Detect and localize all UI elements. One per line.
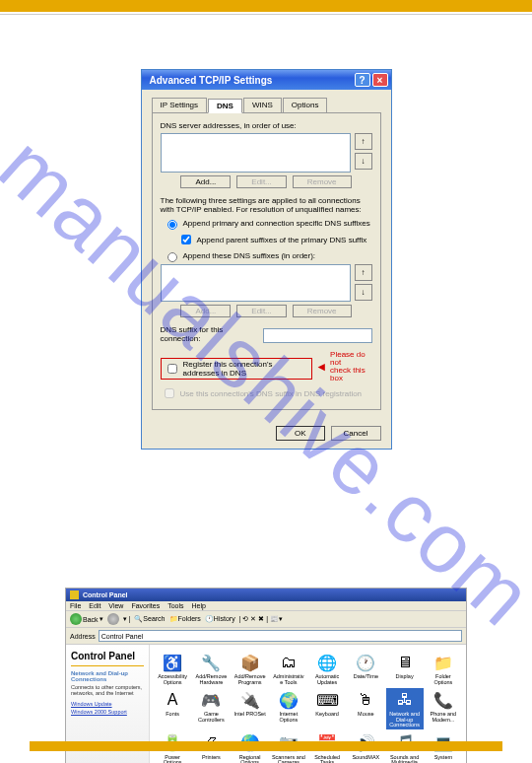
item-label: Display	[396, 674, 414, 680]
item-label: Scheduled Tasks	[310, 755, 344, 764]
item-label: Network and Dial-up Connections	[388, 712, 422, 728]
edit-button[interactable]: Edit...	[236, 175, 286, 188]
cp-item-display[interactable]: 🖥Display	[386, 651, 424, 686]
item-label: Add/Remove Hardware	[194, 674, 228, 685]
item-label: Add/Remove Programs	[233, 674, 267, 685]
tab-strip: IP Settings DNS WINS Options	[152, 98, 381, 113]
item-label: Accessibility Options	[156, 674, 189, 685]
add-button-2[interactable]: Add...	[180, 305, 231, 317]
item-label: Folder Options	[427, 674, 460, 685]
item-icon: 📁	[432, 652, 454, 673]
window-title: Control Panel	[83, 591, 128, 598]
item-label: SoundMAX	[352, 755, 379, 761]
menu-tools[interactable]: Tools	[167, 602, 183, 609]
item-label: Regional Options	[233, 755, 267, 764]
close-icon[interactable]: ×	[372, 73, 388, 87]
history-button[interactable]: 🕐History	[205, 615, 235, 623]
item-icon: 🖥	[394, 652, 416, 673]
tab-dns[interactable]: DNS	[208, 99, 242, 113]
down-icon[interactable]: ↓	[355, 153, 372, 170]
dialog-title: Advanced TCP/IP Settings	[150, 75, 273, 86]
back-icon	[70, 613, 82, 625]
up-icon[interactable]: ↑	[355, 133, 372, 150]
arrow-left-icon: ◄	[315, 360, 327, 374]
cp-item-date-time[interactable]: 🕐Date/Time	[347, 651, 384, 686]
link-windows-update[interactable]: Windows Update	[71, 701, 144, 707]
radio-append-these-input[interactable]	[167, 252, 177, 262]
sidebar-subtitle: Network and Dial-up Connections	[71, 670, 144, 682]
address-input[interactable]	[99, 630, 462, 642]
down-icon-2[interactable]: ↓	[355, 284, 372, 301]
folders-button[interactable]: 📁Folders	[169, 615, 201, 623]
tab-ip-settings[interactable]: IP Settings	[152, 98, 208, 112]
item-icon: 🌍	[278, 689, 299, 711]
cp-item-folder-options[interactable]: 📁Folder Options	[425, 651, 462, 686]
cp-item-game-controllers[interactable]: 🎮Game Controllers	[192, 688, 230, 729]
warning-line2: check this box	[330, 367, 371, 382]
cp-item-intel-proset[interactable]: 🔌Intel PROSet	[232, 688, 269, 729]
use-suffix-input	[165, 388, 174, 398]
item-label: Keyboard	[315, 712, 339, 718]
check-append-parent[interactable]: Append parent suffixes of the primary DN…	[177, 232, 372, 247]
dns-suffix-list[interactable]	[161, 264, 351, 302]
item-label: Fonts	[166, 712, 179, 718]
cp-item-automatic-updates[interactable]: 🌐Automatic Updates	[308, 651, 346, 686]
cp-item-add-remove-hardware[interactable]: 🔧Add/Remove Hardware	[192, 651, 230, 686]
remove-button-2[interactable]: Remove	[293, 305, 352, 317]
address-label: Address	[70, 633, 96, 640]
cp-item-mouse[interactable]: 🖱Mouse	[347, 688, 384, 729]
item-icon: A	[162, 689, 183, 711]
item-label: Scanners and Cameras	[272, 755, 305, 764]
control-panel-window: Control Panel FileEditViewFavoritesTools…	[65, 588, 467, 763]
ok-button[interactable]: OK	[276, 426, 325, 441]
item-icon: 🔌	[239, 689, 261, 711]
register-dns-label: Register this connection's addresses in …	[183, 360, 310, 378]
radio-append-primary[interactable]: Append primary and connection specific D…	[163, 217, 372, 230]
check-append-parent-input[interactable]	[181, 235, 191, 244]
item-icon: ⌨	[316, 689, 338, 711]
up-icon-2[interactable]: ↑	[355, 264, 372, 281]
search-button[interactable]: 🔍Search	[134, 615, 165, 623]
menu-view[interactable]: View	[108, 602, 123, 609]
sidebar-title: Control Panel	[71, 651, 144, 661]
item-label: System	[434, 755, 452, 761]
dns-servers-list[interactable]	[161, 133, 351, 173]
item-icon: 🗂	[278, 652, 299, 673]
menu-bar[interactable]: FileEditViewFavoritesToolsHelp	[66, 601, 466, 611]
item-label: Power Options	[156, 755, 189, 764]
item-label: Administrative Tools	[272, 674, 305, 685]
cp-item-fonts[interactable]: AFonts	[154, 688, 191, 729]
edit-button-2[interactable]: Edit...	[236, 305, 286, 317]
toolbar: Back ▾ ▾ | 🔍Search 📁Folders 🕐History | ⟲…	[66, 611, 466, 628]
item-label: Date/Time	[354, 674, 378, 680]
cp-item-administrative-tools[interactable]: 🗂Administrative Tools	[270, 651, 307, 686]
menu-edit[interactable]: Edit	[89, 602, 100, 609]
cp-item-phone-and-modem-[interactable]: 📞Phone and Modem...	[425, 688, 462, 729]
register-dns-highlight: Register this connection's addresses in …	[161, 358, 313, 380]
help-icon[interactable]: ?	[355, 73, 370, 87]
cp-item-internet-options[interactable]: 🌍Internet Options	[270, 688, 307, 729]
cancel-button[interactable]: Cancel	[331, 426, 381, 441]
tab-wins[interactable]: WINS	[243, 98, 282, 112]
use-suffix-check: Use this connection's DNS suffix in DNS …	[161, 385, 372, 401]
remove-button[interactable]: Remove	[293, 175, 352, 188]
radio-append-these[interactable]: Append these DNS suffixes (in order):	[163, 249, 372, 262]
item-icon: 📞	[432, 689, 454, 711]
link-windows-support[interactable]: Windows 2000 Support	[71, 709, 144, 715]
cp-item-network-and-dial-up-connections[interactable]: 🖧Network and Dial-up Connections	[386, 688, 424, 729]
tab-options[interactable]: Options	[283, 98, 328, 112]
cp-item-keyboard[interactable]: ⌨Keyboard	[308, 688, 346, 729]
forward-icon[interactable]	[107, 613, 119, 625]
dns-suffix-input[interactable]	[263, 328, 372, 343]
add-button[interactable]: Add...	[180, 175, 231, 188]
cp-item-add-remove-programs[interactable]: 📦Add/Remove Programs	[232, 651, 269, 686]
radio-append-primary-input[interactable]	[167, 220, 177, 230]
menu-help[interactable]: Help	[192, 602, 206, 609]
register-dns-checkbox[interactable]	[167, 364, 177, 374]
menu-favorites[interactable]: Favorites	[131, 602, 160, 609]
item-label: Game Controllers	[194, 712, 228, 723]
back-button[interactable]: Back ▾	[70, 613, 103, 625]
item-label: Mouse	[358, 712, 374, 718]
menu-file[interactable]: File	[70, 602, 81, 609]
cp-item-accessibility-options[interactable]: ♿Accessibility Options	[154, 651, 191, 686]
